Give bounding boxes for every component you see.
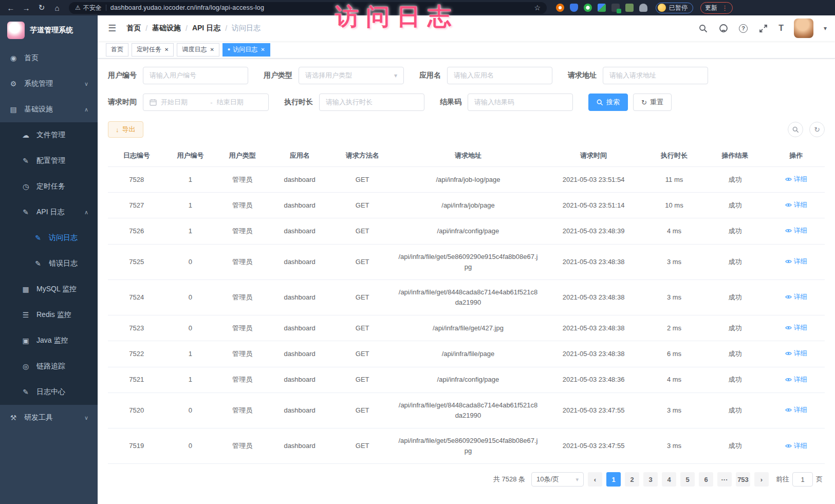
detail-link[interactable]: 详细 [785,405,807,415]
github-icon[interactable] [718,23,729,33]
sidebar-menu-item[interactable]: ▣ Java 监控 [0,328,98,353]
view-tab[interactable]: 定时任务 ✕ [132,43,174,57]
breadcrumb-home[interactable]: 首页 [126,24,141,33]
sidebar-menu-item[interactable]: ✎ 日志中心 [0,379,98,405]
breadcrumb-api-log[interactable]: API 日志 [192,24,220,33]
font-size-icon[interactable]: T [778,24,784,33]
browser-update-button[interactable]: 更新 ⋮ [700,2,733,14]
browser-reload-icon[interactable]: ↻ [35,2,48,14]
detail-link[interactable]: 详细 [785,375,807,385]
tab-close-icon[interactable]: ✕ [261,47,265,52]
eye-icon [785,177,792,182]
refresh-table-button[interactable]: ↻ [809,122,825,137]
tab-close-icon[interactable]: ✕ [210,47,214,52]
page-number-button[interactable]: 4 [662,472,676,487]
sidebar-menu-item[interactable]: ☁ 文件管理 [0,122,98,148]
view-tab[interactable]: ● 访问日志 ✕ [222,43,270,57]
extension-icon[interactable] [611,4,620,12]
sidebar-menu-item[interactable]: ▦ MySQL 监控 [0,276,98,302]
detail-link[interactable]: 详细 [785,256,807,267]
puzzle-extensions-icon[interactable] [639,4,647,12]
fullscreen-icon[interactable] [758,23,768,33]
page-number-button[interactable]: 1 [606,472,621,487]
address-bar[interactable]: ⚠ 不安全 dashboard.yudao.iocoder.cn/infra/l… [69,2,547,14]
search-button[interactable]: 搜索 [588,94,628,111]
page-number-button[interactable]: ··· [717,472,732,487]
column-header: 应用名 [269,145,330,167]
eye-icon [785,228,792,233]
extension-icon[interactable] [556,4,564,12]
detail-link[interactable]: 详细 [785,348,807,359]
menu-item-label: 链路追踪 [36,362,65,371]
extension-icon[interactable] [570,4,578,12]
browser-back-icon[interactable]: ← [4,2,17,14]
detail-link[interactable]: 详细 [785,323,807,333]
sidebar-menu-item[interactable]: ☰ Redis 监控 [0,302,98,328]
detail-link[interactable]: 详细 [785,174,807,184]
sidebar-menu-item[interactable]: ✎ 错误日志 [0,251,98,276]
request-url-label: 请求地址 [568,71,597,80]
sidebar-menu-item[interactable]: ⚙ 系统管理 ∨ [0,71,98,97]
not-secure-warning[interactable]: ⚠ 不安全 [75,4,102,12]
avatar-caret-icon[interactable]: ▾ [824,25,827,32]
extension-icon[interactable] [598,4,606,12]
filter-request-url: 请求地址 请输入请求地址 [568,67,708,84]
prev-page-button[interactable]: ‹ [588,472,602,487]
extension-icon[interactable] [625,4,634,12]
sidebar-menu-item[interactable]: ◎ 链路追踪 [0,353,98,379]
page-number-button[interactable]: 6 [699,472,713,487]
page-size-select[interactable]: 10条/页 ▾ [531,472,584,487]
browser-forward-icon[interactable]: → [20,2,33,14]
view-tab[interactable]: 首页 [106,43,128,57]
sidebar-menu-item[interactable]: ◷ 定时任务 [0,174,98,199]
toggle-search-button[interactable] [788,122,803,137]
sidebar-menu-item[interactable]: ✎ 配置管理 [0,148,98,174]
hamburger-icon[interactable]: ☰ [106,23,118,34]
sidebar-menu-item[interactable]: ◉ 首页 [0,45,98,71]
next-page-button[interactable]: › [754,472,769,487]
page-number-button[interactable]: 5 [680,472,695,487]
update-label: 更新 [705,4,717,12]
address-divider [106,5,106,11]
reset-button[interactable]: ↻ 重置 [633,94,672,111]
cell-result: 成功 [703,279,768,315]
bookmark-star-icon[interactable]: ☆ [534,4,541,12]
extension-icon[interactable] [584,4,592,12]
duration-input[interactable]: 请输入执行时长 [319,94,424,111]
browser-menu-icon[interactable]: ⋮ [721,4,728,12]
result-code-input[interactable]: 请输入结果码 [468,94,573,111]
date-range-picker[interactable]: 开始日期 - 结束日期 [143,94,269,111]
cell-request-time: 2021-05-03 23:48:39 [542,218,645,244]
cell-method: GET [330,244,395,279]
detail-link[interactable]: 详细 [785,441,807,451]
request-url-input[interactable]: 请输入请求地址 [603,67,708,84]
view-tab[interactable]: 调度日志 ✕ [177,43,219,57]
cell-user-id: 1 [165,367,216,393]
sidebar-menu-item[interactable]: ✎ API 日志 ∧ [0,199,98,225]
sidebar-menu-item[interactable]: ⚒ 研发工具 ∨ [0,405,98,431]
breadcrumb-infra[interactable]: 基础设施 [152,24,181,33]
goto-page-input[interactable]: 1 [792,472,813,487]
export-button[interactable]: ↓ 导出 [108,121,143,138]
cell-log-id: 7524 [108,279,165,315]
breadcrumb-current: 访问日志 [232,24,261,33]
help-icon[interactable]: ? [739,24,748,33]
detail-link[interactable]: 详细 [785,200,807,210]
user-id-input[interactable]: 请输入用户编号 [143,67,248,84]
profile-paused-pill[interactable]: 已暂停 [656,3,693,13]
sidebar-menu-item[interactable]: ▤ 基础设施 ∧ [0,97,98,122]
tab-close-icon[interactable]: ✕ [164,47,169,52]
detail-link[interactable]: 详细 [785,226,807,236]
page-number-button[interactable]: 3 [643,472,658,487]
cell-duration: 3 ms [645,279,703,315]
app-name-input[interactable]: 请输入应用名 [447,67,552,84]
search-icon[interactable] [698,23,708,33]
user-type-select[interactable]: 请选择用户类型 ▾ [299,67,404,84]
detail-link[interactable]: 详细 [785,292,807,302]
browser-home-icon[interactable]: ⌂ [50,2,64,14]
page-number-button[interactable]: 2 [625,472,639,487]
page-number-button[interactable]: 753 [736,472,750,487]
sidebar-menu-item[interactable]: ✎ 访问日志 [0,225,98,251]
user-avatar[interactable] [794,18,813,38]
app-logo[interactable]: 芋道管理系统 [0,15,98,45]
